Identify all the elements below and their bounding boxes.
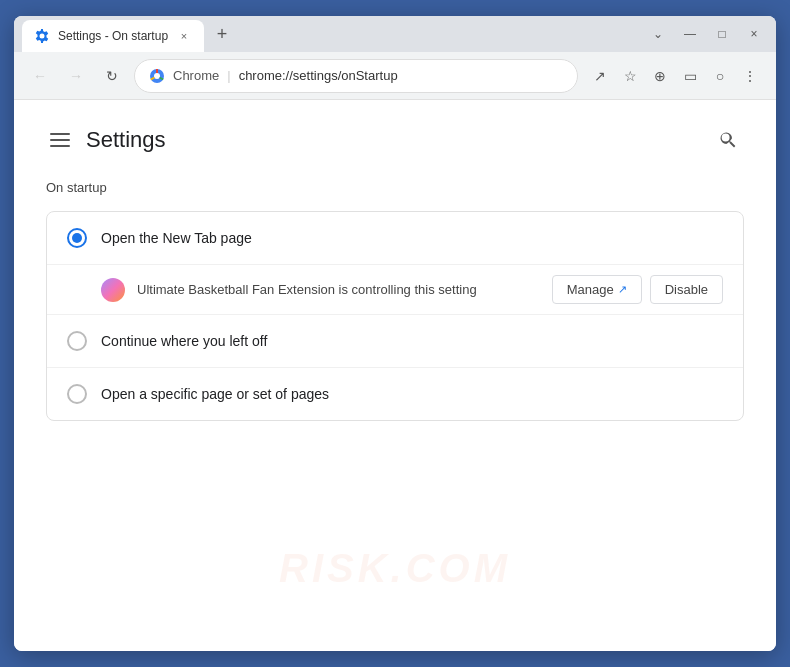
menu-line-1 bbox=[50, 133, 70, 135]
radio-new-tab-fill bbox=[72, 233, 82, 243]
option-row-continue[interactable]: Continue where you left off bbox=[47, 315, 743, 368]
omnibar-brand: Chrome bbox=[173, 68, 219, 83]
tab-favicon bbox=[34, 28, 50, 44]
sidebar-icon[interactable]: ▭ bbox=[676, 62, 704, 90]
omnibar-separator: | bbox=[227, 68, 230, 83]
forward-button[interactable]: → bbox=[62, 62, 90, 90]
menu-icon[interactable]: ⋮ bbox=[736, 62, 764, 90]
option-row-new-tab[interactable]: Open the New Tab page bbox=[47, 212, 743, 265]
maximize-button[interactable]: □ bbox=[708, 20, 736, 48]
toolbar-icons: ↗ ☆ ⊕ ▭ ○ ⋮ bbox=[586, 62, 764, 90]
settings-container: TC RISK.COM Settings bbox=[14, 100, 776, 651]
options-card: Open the New Tab page Ultimate Basketbal… bbox=[46, 211, 744, 421]
menu-line-3 bbox=[50, 145, 70, 147]
hamburger-menu-button[interactable] bbox=[46, 126, 74, 154]
radio-new-tab[interactable] bbox=[67, 228, 87, 248]
settings-header: Settings bbox=[46, 124, 744, 156]
extensions-icon[interactable]: ⊕ bbox=[646, 62, 674, 90]
option-label-continue: Continue where you left off bbox=[101, 333, 267, 349]
search-icon bbox=[718, 130, 738, 150]
tab-close-button[interactable]: × bbox=[176, 28, 192, 44]
settings-header-left: Settings bbox=[46, 126, 166, 154]
settings-title: Settings bbox=[86, 127, 166, 153]
omnibar-url: chrome://settings/onStartup bbox=[239, 68, 398, 83]
settings-main: TC RISK.COM Settings bbox=[14, 100, 776, 651]
radio-continue[interactable] bbox=[67, 331, 87, 351]
restore-button[interactable]: ⌄ bbox=[644, 20, 672, 48]
radio-specific[interactable] bbox=[67, 384, 87, 404]
window-controls: ⌄ — □ × bbox=[644, 20, 768, 48]
browser-window: Settings - On startup × + ⌄ — □ × ← → ↻ … bbox=[14, 16, 776, 651]
menu-line-2 bbox=[50, 139, 70, 141]
extension-row: Ultimate Basketball Fan Extension is con… bbox=[47, 265, 743, 315]
settings-search-button[interactable] bbox=[712, 124, 744, 156]
back-button[interactable]: ← bbox=[26, 62, 54, 90]
new-tab-button[interactable]: + bbox=[208, 20, 236, 48]
extension-text: Ultimate Basketball Fan Extension is con… bbox=[137, 282, 540, 297]
manage-external-icon: ↗ bbox=[618, 283, 627, 296]
extension-buttons: Manage ↗ Disable bbox=[552, 275, 723, 304]
tab-label: Settings - On startup bbox=[58, 29, 168, 43]
profile-icon[interactable]: ○ bbox=[706, 62, 734, 90]
manage-label: Manage bbox=[567, 282, 614, 297]
svg-point-1 bbox=[154, 73, 160, 79]
option-row-specific[interactable]: Open a specific page or set of pages bbox=[47, 368, 743, 420]
share-icon[interactable]: ↗ bbox=[586, 62, 614, 90]
disable-button[interactable]: Disable bbox=[650, 275, 723, 304]
manage-button[interactable]: Manage ↗ bbox=[552, 275, 642, 304]
title-bar: Settings - On startup × + ⌄ — □ × bbox=[14, 16, 776, 52]
toolbar: ← → ↻ Chrome | chrome://settings/onStart… bbox=[14, 52, 776, 100]
disable-label: Disable bbox=[665, 282, 708, 297]
watermark-bottom: RISK.COM bbox=[279, 546, 511, 591]
omnibar-favicon bbox=[149, 68, 165, 84]
bookmark-icon[interactable]: ☆ bbox=[616, 62, 644, 90]
option-label-specific: Open a specific page or set of pages bbox=[101, 386, 329, 402]
minimize-button[interactable]: — bbox=[676, 20, 704, 48]
close-button[interactable]: × bbox=[740, 20, 768, 48]
option-label-new-tab: Open the New Tab page bbox=[101, 230, 252, 246]
address-bar[interactable]: Chrome | chrome://settings/onStartup bbox=[134, 59, 578, 93]
extension-icon bbox=[101, 278, 125, 302]
reload-button[interactable]: ↻ bbox=[98, 62, 126, 90]
section-label: On startup bbox=[46, 180, 744, 195]
active-tab[interactable]: Settings - On startup × bbox=[22, 20, 204, 52]
